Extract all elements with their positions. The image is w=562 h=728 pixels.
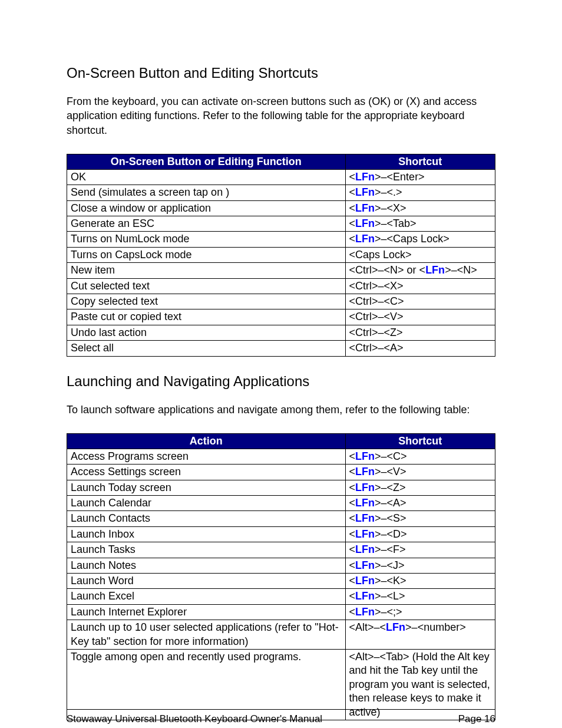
lfn-key: LFn: [386, 621, 405, 633]
shortcut-cell: <LFn>–<J>: [345, 558, 495, 573]
action-cell: Cut selected text: [67, 278, 346, 294]
lfn-key: LFn: [355, 450, 375, 462]
lfn-key: LFn: [355, 466, 375, 477]
table-row: Launch Inbox<LFn>–<D>: [67, 526, 495, 542]
shortcut-cell: <Ctrl>–<C>: [345, 294, 495, 309]
lfn-key: LFn: [355, 202, 375, 214]
shortcut-cell: <LFn>–<Enter>: [345, 169, 495, 185]
page-footer: Stowaway Universal Bluetooth Keyboard Ow…: [67, 709, 495, 725]
table-header: Action: [67, 433, 346, 449]
table-row: Launch Today screen<LFn>–<Z>: [67, 480, 495, 495]
lfn-key: LFn: [355, 512, 375, 524]
lfn-key: LFn: [355, 575, 375, 587]
action-cell: Launch Excel: [67, 589, 346, 604]
action-cell: Access Programs screen: [67, 449, 346, 464]
lfn-key: LFn: [355, 171, 375, 183]
table-header: Shortcut: [345, 154, 495, 169]
shortcut-cell: <LFn>–<V>: [345, 465, 495, 480]
action-cell: Close a window or application: [67, 200, 346, 216]
shortcut-cell: <Caps Lock>: [345, 247, 495, 262]
action-cell: Access Settings screen: [67, 465, 346, 480]
action-cell: Launch Tasks: [67, 542, 346, 558]
table-row: Turns on NumLock mode<LFn>–<Caps Lock>: [67, 232, 495, 247]
shortcut-cell: <LFn>–<Tab>: [345, 216, 495, 232]
table-row: Copy selected text<Ctrl>–<C>: [67, 294, 495, 309]
action-cell: Generate an ESC: [67, 216, 346, 232]
table-row: Select all<Ctrl>–<A>: [67, 341, 495, 356]
table-row: Access Programs screen<LFn>–<C>: [67, 449, 495, 464]
action-cell: Launch Calendar: [67, 496, 346, 511]
action-cell: Launch up to 10 user selected applicatio…: [67, 620, 346, 650]
table-row: OK<LFn>–<Enter>: [67, 169, 495, 185]
shortcut-cell: <LFn>–<;>: [345, 604, 495, 620]
action-cell: Launch Inbox: [67, 526, 346, 542]
lfn-key: LFn: [355, 186, 375, 198]
lfn-key: LFn: [355, 590, 375, 602]
shortcut-cell: <LFn>–<L>: [345, 589, 495, 604]
table-row: Launch up to 10 user selected applicatio…: [67, 620, 495, 650]
shortcut-cell: <Ctrl>–<X>: [345, 278, 495, 294]
section-heading-1: On-Screen Button and Editing Shortcuts: [67, 65, 495, 81]
shortcut-cell: <LFn>–<Caps Lock>: [345, 232, 495, 247]
lfn-key: LFn: [355, 482, 375, 493]
table-row: Launch Internet Explorer<LFn>–<;>: [67, 604, 495, 620]
lfn-key: LFn: [425, 264, 445, 276]
shortcut-cell: <LFn>–<.>: [345, 185, 495, 200]
section-intro-1: From the keyboard, you can activate on-s…: [67, 94, 495, 137]
shortcut-cell: <LFn>–<S>: [345, 511, 495, 526]
shortcut-cell: <Ctrl>–<Z>: [345, 325, 495, 340]
section-heading-2: Launching and Navigating Applications: [67, 373, 495, 390]
table-row: Launch Contacts<LFn>–<S>: [67, 511, 495, 526]
section-intro-2: To launch software applications and navi…: [67, 403, 495, 417]
table-row: Cut selected text<Ctrl>–<X>: [67, 278, 495, 294]
action-cell: Launch Internet Explorer: [67, 604, 346, 620]
shortcut-cell: <Ctrl>–<A>: [345, 341, 495, 356]
shortcut-cell: <LFn>–<X>: [345, 200, 495, 216]
shortcuts-table-1: On-Screen Button or Editing Function Sho…: [67, 154, 495, 357]
lfn-key: LFn: [355, 528, 375, 540]
shortcut-cell: <Ctrl>–<V>: [345, 309, 495, 325]
shortcut-cell: <LFn>–<F>: [345, 542, 495, 558]
action-cell: Launch Notes: [67, 558, 346, 573]
action-cell: Select all: [67, 341, 346, 356]
action-cell: OK: [67, 169, 346, 185]
action-cell: Launch Word: [67, 574, 346, 589]
lfn-key: LFn: [355, 497, 375, 509]
table-row: Launch Notes<LFn>–<J>: [67, 558, 495, 573]
table-row: New item<Ctrl>–<N> or <LFn>–<N>: [67, 263, 495, 278]
table-row: Paste cut or copied text<Ctrl>–<V>: [67, 309, 495, 325]
shortcut-cell: <LFn>–<K>: [345, 574, 495, 589]
table-row: Launch Calendar<LFn>–<A>: [67, 496, 495, 511]
table-row: Access Settings screen<LFn>–<V>: [67, 465, 495, 480]
table-header: On-Screen Button or Editing Function: [67, 154, 346, 169]
table-row: Undo last action<Ctrl>–<Z>: [67, 325, 495, 340]
table-row: Turns on CapsLock mode<Caps Lock>: [67, 247, 495, 262]
lfn-key: LFn: [355, 543, 375, 555]
lfn-key: LFn: [355, 233, 375, 245]
shortcut-cell: <Alt>–<LFn>–<number>: [345, 620, 495, 650]
lfn-key: LFn: [355, 606, 375, 618]
shortcut-cell: <LFn>–<D>: [345, 526, 495, 542]
lfn-key: LFn: [355, 218, 375, 229]
table-row: Close a window or application<LFn>–<X>: [67, 200, 495, 216]
action-cell: Turns on NumLock mode: [67, 232, 346, 247]
shortcut-cell: <Ctrl>–<N> or <LFn>–<N>: [345, 263, 495, 278]
footer-left: Stowaway Universal Bluetooth Keyboard Ow…: [67, 713, 322, 725]
action-cell: New item: [67, 263, 346, 278]
table-row: Launch Word<LFn>–<K>: [67, 574, 495, 589]
shortcut-cell: <LFn>–<A>: [345, 496, 495, 511]
table-row: Launch Excel<LFn>–<L>: [67, 589, 495, 604]
action-cell: Paste cut or copied text: [67, 309, 346, 325]
table-row: Launch Tasks<LFn>–<F>: [67, 542, 495, 558]
action-cell: Turns on CapsLock mode: [67, 247, 346, 262]
table-header: Shortcut: [345, 433, 495, 449]
lfn-key: LFn: [355, 559, 375, 571]
action-cell: Launch Contacts: [67, 511, 346, 526]
table-row: Send (simulates a screen tap on )<LFn>–<…: [67, 185, 495, 200]
footer-right: Page 16: [458, 713, 495, 725]
action-cell: Launch Today screen: [67, 480, 346, 495]
shortcut-cell: <LFn>–<C>: [345, 449, 495, 464]
shortcuts-table-2: Action Shortcut Access Programs screen<L…: [67, 433, 495, 720]
action-cell: Copy selected text: [67, 294, 346, 309]
action-cell: Undo last action: [67, 325, 346, 340]
